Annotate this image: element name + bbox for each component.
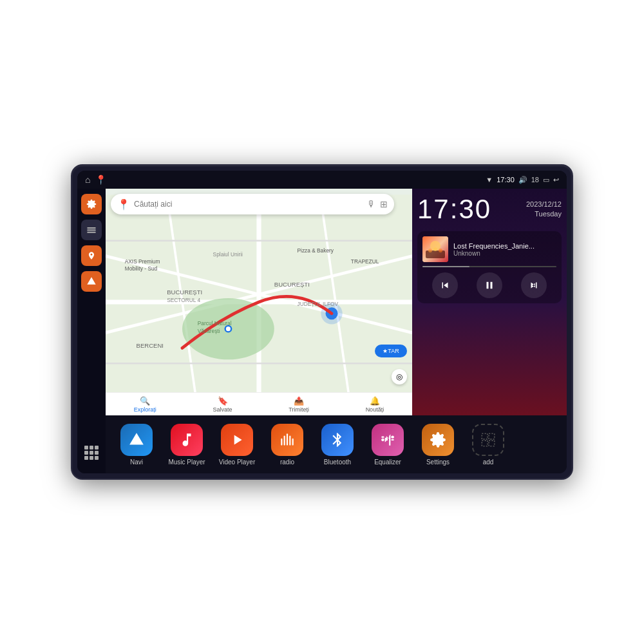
app-radio[interactable]: radio [264, 424, 310, 466]
clock-date-line2: Tuesday [526, 209, 562, 219]
svg-rect-45 [381, 436, 384, 437]
status-time: 17:30 [497, 176, 515, 184]
music-pause-button[interactable] [477, 272, 502, 298]
sidebar-map-btn[interactable] [81, 245, 102, 266]
svg-rect-37 [284, 435, 285, 445]
clock-widget: 17:30 2023/12/12 Tuesday [417, 194, 562, 225]
app-music-player[interactable]: Music Player [164, 424, 210, 466]
car-head-unit: ⌂ 📍 ▼ 17:30 🔊 18 ▭ ↩ [71, 164, 573, 480]
music-next-button[interactable] [521, 272, 547, 298]
svg-rect-2 [87, 232, 95, 233]
svg-text:TRAPEZUL: TRAPEZUL [351, 259, 379, 265]
music-prev-button[interactable] [432, 272, 458, 298]
apps-row: Navi Music Player [106, 415, 567, 473]
svg-rect-50 [489, 440, 495, 446]
svg-text:JUDEȚUL ILFOV: JUDEȚUL ILFOV [297, 301, 338, 307]
clock-date: 2023/12/12 Tuesday [526, 200, 562, 220]
sidebar-settings-btn[interactable] [81, 194, 102, 214]
map-nav-explore[interactable]: 🔍 Explorați [134, 396, 156, 413]
battery-level: 18 [531, 176, 539, 184]
app-bluetooth[interactable]: Bluetooth [314, 424, 361, 466]
app-settings[interactable]: Settings [415, 424, 461, 466]
svg-rect-38 [287, 433, 288, 445]
svg-text:Văcărești: Văcărești [198, 328, 220, 334]
svg-text:Splaiul Unirii: Splaiul Unirii [213, 251, 243, 258]
battery-icon: ▭ [543, 176, 549, 184]
svg-text:BUCUREȘTI: BUCUREȘTI [167, 289, 202, 296]
music-title: Lost Frequencies_Janie... [453, 242, 556, 250]
music-artist: Unknown [453, 250, 556, 257]
svg-text:AXIS Premium: AXIS Premium [125, 259, 160, 265]
map-bottom-nav: 🔍 Explorați 🔖 Salvate 📤 Trimiteți [106, 392, 412, 415]
map-search-bar[interactable]: 📍 🎙 ⊞ [111, 194, 394, 214]
home-icon[interactable]: ⌂ [85, 175, 90, 185]
layers-icon[interactable]: ⊞ [380, 199, 388, 209]
status-bar: ⌂ 📍 ▼ 17:30 🔊 18 ▭ ↩ [77, 171, 567, 189]
app-equalizer[interactable]: Equalizer [365, 424, 411, 466]
svg-text:Mobility - Sud: Mobility - Sud [125, 265, 158, 272]
music-controls [422, 272, 556, 298]
music-progress-fill [422, 266, 469, 267]
svg-rect-46 [391, 436, 393, 437]
svg-rect-40 [292, 438, 294, 445]
mic-icon[interactable]: 🎙 [367, 199, 376, 209]
svg-rect-42 [391, 439, 393, 440]
wifi-icon: ▼ [486, 176, 493, 184]
map-area[interactable]: BUCUREȘTI SECTORUL 4 BUCUREȘTI JUDEȚUL I… [106, 189, 412, 415]
music-progress-bar [422, 266, 556, 267]
svg-rect-47 [482, 433, 488, 439]
screen: ⌂ 📍 ▼ 17:30 🔊 18 ▭ ↩ [77, 171, 567, 473]
back-icon[interactable]: ↩ [553, 176, 559, 184]
app-navi[interactable]: Navi [113, 424, 160, 466]
map-search-input[interactable] [134, 200, 363, 209]
volume-icon: 🔊 [518, 176, 527, 184]
svg-rect-32 [426, 251, 445, 258]
map-star-button[interactable]: ★TAR [375, 345, 407, 357]
sidebar-arrow-btn[interactable] [81, 271, 102, 292]
svg-point-33 [428, 249, 432, 252]
sidebar-files-btn[interactable] [81, 220, 102, 240]
svg-point-35 [439, 249, 442, 252]
map-nav-send[interactable]: 📤 Trimiteți [289, 396, 309, 413]
google-maps-pin-icon: 📍 [117, 198, 130, 211]
map-location-button[interactable]: ◎ [392, 369, 407, 384]
svg-rect-0 [87, 227, 95, 229]
svg-point-34 [433, 247, 437, 251]
svg-rect-1 [87, 229, 95, 231]
svg-text:Parcul Natural: Parcul Natural [198, 320, 232, 327]
svg-point-29 [226, 327, 231, 331]
app-add[interactable]: add [465, 424, 511, 466]
map-nav-saved[interactable]: 🔖 Salvate [213, 396, 232, 413]
svg-rect-49 [482, 440, 488, 446]
map-nav-news[interactable]: 🔔 Noutăți [366, 396, 384, 413]
clock-time: 17:30 [417, 194, 491, 225]
sidebar-apps-btn[interactable] [81, 442, 102, 463]
map-icon[interactable]: 📍 [95, 175, 106, 185]
svg-text:Pizza & Bakery: Pizza & Bakery [297, 247, 334, 254]
music-widget: Lost Frequencies_Janie... Unknown [417, 231, 562, 303]
svg-rect-39 [289, 435, 290, 445]
clock-date-line1: 2023/12/12 [526, 200, 562, 209]
svg-point-43 [381, 438, 384, 440]
svg-rect-48 [489, 433, 495, 439]
svg-rect-36 [281, 438, 282, 445]
svg-text:BUCUREȘTI: BUCUREȘTI [274, 281, 310, 288]
svg-text:SECTORUL 4: SECTORUL 4 [167, 297, 200, 303]
music-album-art [422, 236, 448, 262]
sidebar [77, 189, 106, 473]
right-panel: 17:30 2023/12/12 Tuesday [412, 189, 567, 415]
svg-text:BERCENI: BERCENI [137, 342, 164, 349]
app-video-player[interactable]: Video Player [214, 424, 260, 466]
